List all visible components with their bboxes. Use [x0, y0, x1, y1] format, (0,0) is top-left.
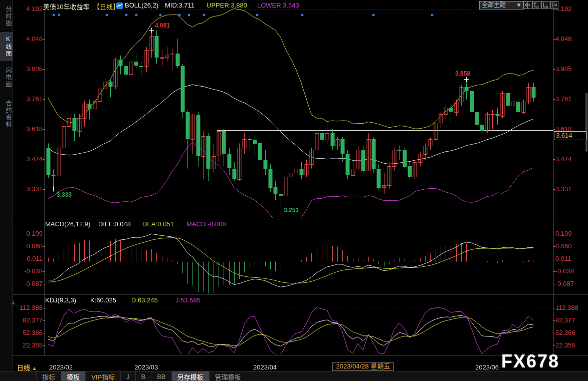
- sidebar-item-0[interactable]: 分时图: [0, 3, 13, 30]
- bottom-toolbar: 指标模板VIP指标JBBB另存模板管理模板: [0, 371, 588, 381]
- boll-upper-value: UPPER:3.880: [207, 2, 247, 9]
- move-tool-button[interactable]: [523, 1, 531, 9]
- kdj-j-value: J:53.585: [175, 296, 201, 304]
- price-line-value-badge: 3.614: [554, 131, 586, 140]
- kdj-label: KDJ(9,3,3): [45, 296, 76, 304]
- annotation-low-3253: 3.253: [284, 207, 299, 214]
- main-axis-label-right: 3.761: [555, 95, 572, 103]
- main-axis-label-left: 3.474: [13, 155, 43, 163]
- indicator-chart-icon: [116, 2, 123, 11]
- main-axis-label-right: 4.048: [555, 35, 572, 43]
- toolbar-tab-3[interactable]: J: [121, 371, 136, 381]
- macd-axis-label-left: -0.087: [13, 280, 43, 288]
- macd-axis-label-right: 0.109: [555, 230, 572, 238]
- date-tick: 2023/06: [475, 363, 499, 371]
- main-axis-label-left: 3.618: [13, 125, 43, 133]
- triangle-up-icon: ▲: [32, 365, 37, 371]
- main-axis-label-left: 3.905: [13, 65, 43, 73]
- macd-axis-label-right: -0.087: [555, 280, 574, 288]
- shift-right-button[interactable]: [550, 1, 558, 9]
- kdj-k-value: K:60.025: [90, 296, 116, 304]
- macd-macd-value: MACD:-0.008: [186, 220, 226, 228]
- scrollbar-thumb[interactable]: [585, 93, 587, 152]
- sidebar-item-2[interactable]: 闪电图: [0, 64, 13, 91]
- macd-dea-value: DEA:0.051: [142, 220, 174, 228]
- macd-axis-label-left: 0.011: [13, 255, 43, 263]
- fit-vertical-icon: [533, 2, 539, 8]
- period-tag: 【日线】: [93, 2, 119, 11]
- move-tool-icon: [524, 2, 530, 8]
- kdj-axis-label-left: 82.377: [13, 316, 43, 324]
- toolbar-tab-6[interactable]: 另存模板: [172, 371, 210, 381]
- main-axis-label-left: 3.331: [13, 185, 43, 193]
- shift-right-icon: [551, 2, 557, 8]
- kdj-axis-label-right: 22.355: [555, 341, 575, 349]
- macd-axis-label-left: 0.060: [13, 242, 43, 250]
- main-axis-label-left: 3.761: [13, 95, 43, 103]
- left-sidebar: 分时图K线图闪电图合约资料: [0, 0, 13, 381]
- boll-label: BOLL(26,2): [125, 2, 158, 9]
- annotation-low-3333: 3.333: [57, 191, 72, 198]
- annotation-high-4091: 4.091: [155, 22, 170, 29]
- boll-mid-value: MID:3.711: [165, 2, 194, 9]
- price-chart-canvas[interactable]: [0, 0, 588, 381]
- boll-lower-value: LOWER:3.543: [257, 2, 299, 9]
- kdj-axis-label-left: 22.355: [13, 341, 43, 349]
- toolbar-spacer: [0, 371, 37, 381]
- sidebar-item-3[interactable]: 合约资料: [0, 95, 13, 133]
- sun-icon: [10, 299, 17, 308]
- main-axis-label-left: 4.192: [13, 5, 43, 13]
- main-axis-label-right: 3.905: [555, 65, 572, 73]
- theme-dropdown[interactable]: 全部主题 ▼: [479, 1, 524, 10]
- fit-horizontal-icon: [542, 2, 548, 8]
- kdj-d-value: D:63.245: [131, 296, 158, 304]
- kdj-axis-label-right: 112.388: [555, 304, 578, 312]
- date-tick: 2023/03: [134, 363, 158, 371]
- date-tick-highlighted: 2023/04/28 星期五: [332, 362, 394, 371]
- date-tick: 2023/02: [49, 363, 73, 371]
- macd-axis-label-left: -0.038: [13, 267, 43, 275]
- macd-axis-label-right: 0.011: [555, 255, 571, 263]
- toolbar-tab-4[interactable]: B: [136, 371, 152, 381]
- toolbar-tab-0[interactable]: 指标: [37, 371, 61, 381]
- macd-diff-value: DIFF:0.048: [98, 220, 131, 228]
- main-axis-label-left: 4.048: [13, 35, 43, 43]
- toolbar-tab-2[interactable]: VIP指标: [86, 371, 121, 381]
- pane-divider: [0, 219, 588, 219]
- macd-axis-label-right: 0.060: [555, 242, 572, 250]
- toolbar-tab-5[interactable]: BB: [151, 371, 171, 381]
- annotation-high-3858: 3.858: [455, 70, 470, 77]
- date-tick: 2023/04: [253, 363, 277, 371]
- kdj-axis-label-right: 52.366: [555, 329, 575, 337]
- instrument-title: 美债10年收益率: [43, 2, 89, 11]
- kdj-axis-label-right: 82.377: [555, 316, 575, 324]
- macd-label: MACD(26,12,9): [45, 220, 90, 228]
- pane-divider: [0, 355, 588, 356]
- fit-vertical-button[interactable]: [532, 1, 540, 9]
- toolbar-tab-7[interactable]: 管理模板: [210, 371, 247, 381]
- fit-horizontal-button[interactable]: [541, 1, 549, 9]
- macd-axis-label-left: 0.109: [13, 230, 43, 238]
- period-selector-label: 日线: [17, 364, 30, 371]
- theme-dropdown-label: 全部主题: [482, 2, 506, 9]
- main-axis-label-right: 3.474: [555, 155, 572, 163]
- macd-axis-label-right: -0.038: [555, 267, 574, 275]
- watermark: FX678: [501, 351, 559, 372]
- pane-divider: [0, 294, 588, 295]
- chevron-down-icon: ▼: [516, 2, 522, 9]
- kdj-axis-label-left: 52.366: [13, 329, 43, 337]
- toolbar-tab-1[interactable]: 模板: [61, 371, 86, 381]
- chart-terminal-window: 分时图K线图闪电图合约资料 美债10年收益率 【日线】 BOLL(26,2) M…: [0, 0, 588, 381]
- kdj-axis-label-left: 112.388: [13, 304, 43, 312]
- sidebar-item-1[interactable]: K线图: [0, 32, 13, 61]
- main-axis-label-right: 3.331: [555, 185, 572, 193]
